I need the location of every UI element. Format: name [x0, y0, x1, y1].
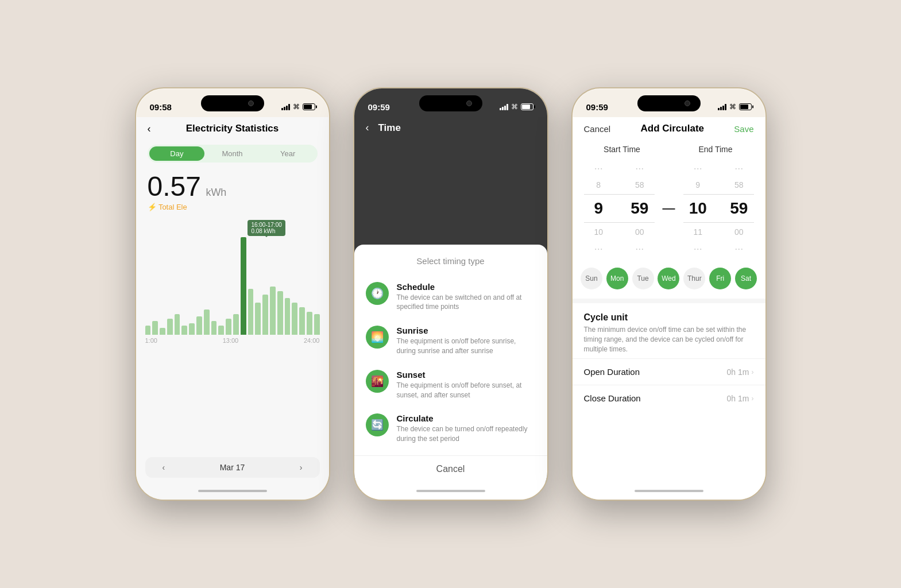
circulate-text: Circulate The device can be turned on/of…: [397, 413, 536, 444]
time-row-4: ··· ··· — ··· ···: [573, 239, 765, 258]
phone-time: 09:59 ⌘ ‹ Time Select timing type 🕐: [353, 87, 548, 501]
page-title-2: Time: [378, 122, 401, 134]
day-thur[interactable]: Thur: [683, 268, 705, 289]
dots-em: ···: [728, 243, 751, 255]
bar-11: [226, 319, 231, 335]
save-button[interactable]: Save: [734, 124, 753, 134]
sheet-title: Select timing type: [354, 256, 547, 266]
start-min: 58: [628, 180, 651, 189]
phone-electricity-stats: 09:58 ⌘ ‹ Electricity Statistics Day Mon…: [135, 87, 330, 501]
tab-year[interactable]: Year: [260, 146, 316, 161]
nav-bar-2: ‹ Time: [354, 117, 547, 138]
sunset-title: Sunset: [397, 370, 536, 380]
day-wed[interactable]: Wed: [658, 268, 679, 289]
sunrise-desc: The equipment is on/off before sunrise, …: [397, 336, 536, 356]
day-sun[interactable]: Sun: [581, 268, 602, 289]
sunrise-title: Sunrise: [397, 326, 536, 335]
nav-bar-1: ‹ Electricity Statistics: [136, 117, 329, 140]
home-indicator-1: [136, 482, 329, 500]
tab-month[interactable]: Month: [204, 146, 260, 161]
bar-20: [292, 303, 297, 335]
timing-option-sunrise[interactable]: 🌅 Sunrise The equipment is on/off before…: [354, 319, 547, 363]
tab-selector-1: Day Month Year: [148, 145, 318, 163]
end-min[interactable]: 59: [728, 199, 751, 218]
dots-sm: ···: [628, 163, 651, 175]
start-hour[interactable]: 9: [587, 199, 610, 218]
bar-16: [262, 295, 268, 335]
back-button-1[interactable]: ‹: [148, 123, 151, 135]
status-time-3: 09:59: [586, 102, 608, 112]
stats-value: 0.57 kWh ⚡ Total Ele: [136, 167, 329, 214]
bar-4: [175, 314, 180, 335]
screen-3: Cancel Add Circulate Save Start Time End…: [573, 117, 765, 482]
sunrise-text: Sunrise The equipment is on/off before s…: [397, 326, 536, 356]
timing-option-schedule[interactable]: 🕐 Schedule The device can be switched on…: [354, 275, 547, 319]
sunrise-icon: 🌅: [366, 326, 389, 349]
signal-icon: [281, 103, 290, 110]
kwh-value: 0.57: [148, 171, 201, 202]
bottom-sheet: Select timing type 🕐 Schedule The device…: [354, 245, 547, 482]
bar-18: [277, 291, 283, 335]
chart-labels: 1:00 13:00 24:00: [145, 335, 320, 346]
battery-icon: [303, 103, 315, 110]
cancel-button-3[interactable]: Cancel: [584, 124, 611, 134]
day-sat[interactable]: Sat: [735, 268, 757, 289]
date-label: Mar 17: [220, 463, 245, 472]
day-mon[interactable]: Mon: [606, 268, 628, 289]
open-duration-row[interactable]: Open Duration 0h 1m ›: [573, 358, 765, 385]
time-picker[interactable]: ··· ··· — ··· ··· 8 58 9 58 9 59 — 10 59…: [573, 158, 765, 258]
bar-14: [248, 289, 254, 335]
next-date-button[interactable]: ›: [300, 463, 303, 472]
dynamic-island-2: [419, 95, 482, 111]
signal-icon-3: [718, 103, 726, 110]
bar-5: [181, 326, 187, 335]
dark-background: [354, 138, 547, 245]
label-end: 24:00: [304, 337, 320, 344]
time-picker-headers: Start Time End Time: [573, 140, 765, 158]
start-min[interactable]: 59: [628, 199, 651, 218]
day-tue[interactable]: Tue: [632, 268, 654, 289]
screen-1: ‹ Electricity Statistics Day Month Year …: [136, 117, 329, 482]
time-row-1: 8 58 9 58: [573, 178, 765, 192]
bar-12: [233, 314, 239, 335]
dots-eh: ···: [686, 243, 709, 255]
end-hour: 9: [686, 180, 709, 189]
bar-6: [189, 323, 195, 335]
bar-3: [167, 319, 173, 335]
close-duration-label: Close Duration: [584, 393, 641, 403]
end-min: 00: [728, 227, 751, 237]
wifi-icon-3: ⌘: [729, 103, 736, 111]
end-hour: 11: [686, 227, 709, 237]
cancel-button-2[interactable]: Cancel: [354, 455, 547, 482]
bar-7: [196, 316, 202, 335]
circulate-option-desc: The device can be turned on/off repeated…: [397, 424, 536, 444]
prev-date-button[interactable]: ‹: [163, 463, 165, 472]
dynamic-island: [201, 95, 264, 111]
dots-sh: ···: [587, 163, 610, 175]
start-hour: 8: [587, 180, 610, 189]
timing-option-circulate[interactable]: 🔄 Circulate The device can be turned on/…: [354, 407, 547, 451]
timing-option-sunset[interactable]: 🌇 Sunset The equipment is on/off before …: [354, 363, 547, 407]
close-duration-row[interactable]: Close Duration 0h 1m ›: [573, 385, 765, 411]
dots-eh: ···: [686, 163, 709, 175]
status-icons-3: ⌘: [718, 103, 752, 111]
circulate-icon: 🔄: [366, 413, 389, 436]
phone-add-circulate: 09:59 ⌘ Cancel Add Circulate Save Start …: [571, 87, 767, 501]
day-fri[interactable]: Fri: [709, 268, 731, 289]
bar-1: [152, 321, 158, 335]
screen-2: ‹ Time Select timing type 🕐 Schedule The…: [354, 117, 547, 482]
label-mid: 13:00: [223, 337, 239, 344]
end-min: 58: [728, 180, 751, 189]
status-time-2: 09:59: [368, 102, 390, 112]
sunset-icon: 🌇: [366, 370, 389, 393]
tab-day[interactable]: Day: [149, 146, 205, 161]
camera-dot-2: [466, 100, 472, 106]
schedule-text: Schedule The device can be switched on a…: [397, 282, 536, 312]
back-button-2[interactable]: ‹: [366, 122, 369, 134]
dynamic-island-3: [637, 95, 701, 111]
signal-icon-2: [500, 103, 508, 110]
open-duration-chevron: ›: [752, 368, 754, 376]
page-title-3: Add Circulate: [640, 123, 704, 134]
status-icons-2: ⌘: [500, 103, 533, 111]
end-hour[interactable]: 10: [686, 199, 709, 218]
